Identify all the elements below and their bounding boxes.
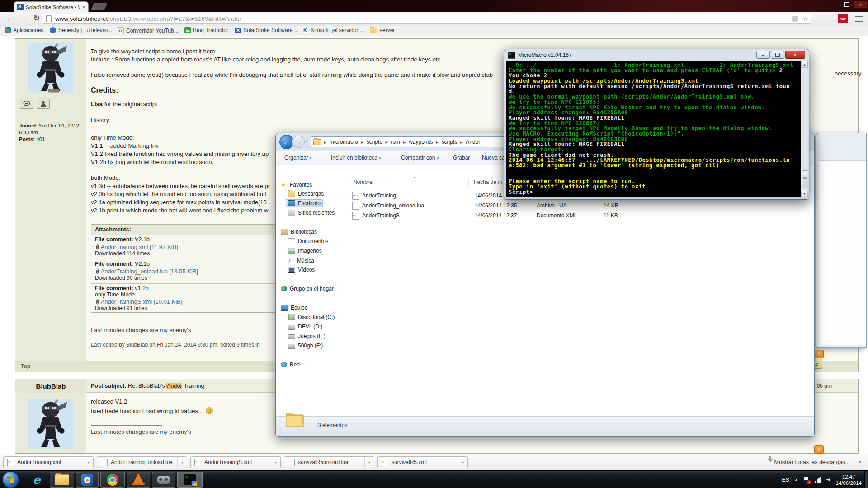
download-item[interactable]: survivalR5onload.lua▾ xyxy=(284,456,374,468)
start-button[interactable] xyxy=(2,471,19,488)
breadcrumb-item[interactable]: micromacro xyxy=(330,139,358,145)
minimize-button[interactable]: – xyxy=(756,51,770,59)
column-header-fecha[interactable]: Fecha de m xyxy=(474,179,502,185)
report-post-button[interactable]: ! xyxy=(814,350,824,358)
sidebar-imagenes[interactable]: Imágenes xyxy=(288,248,322,254)
bookmark-server-folder[interactable]: server xyxy=(370,27,395,33)
action-center-flag-icon[interactable] xyxy=(803,477,810,483)
network-signal-icon[interactable] xyxy=(815,477,821,483)
downloads-close-icon[interactable]: × xyxy=(858,459,862,465)
menu-icon[interactable] xyxy=(855,16,863,17)
download-caret-icon[interactable]: ▾ xyxy=(364,457,374,468)
sidebar-grupo-hogar[interactable]: Grupo en el hogar xyxy=(281,286,334,292)
download-caret-icon[interactable]: ▾ xyxy=(458,457,467,468)
console-output[interactable]: 0: ../ 1: AndorTraining.xml 2: AndorTrai… xyxy=(506,61,808,197)
language-indicator[interactable]: ES xyxy=(782,477,789,483)
sidebar-musica[interactable]: ♪Música xyxy=(288,257,314,264)
top-link[interactable]: Top xyxy=(21,363,30,370)
sidebar-bibliotecas[interactable]: Bibliotecas xyxy=(281,229,317,235)
scroll-up-icon[interactable]: ▲ xyxy=(801,61,808,68)
column-header-nombre[interactable]: Nombre xyxy=(353,179,373,185)
bookmark-kimsufi[interactable]: KKimsufi: ¡el servidor ... xyxy=(302,27,364,33)
page-action-icon[interactable] xyxy=(792,16,798,22)
taskbar-gamepad[interactable] xyxy=(152,472,175,488)
sidebar-descargas[interactable]: Descargas xyxy=(288,191,324,197)
close-button[interactable]: × xyxy=(854,1,867,8)
minimize-button[interactable]: – xyxy=(827,1,840,8)
taskbar-ie[interactable]: e xyxy=(26,472,47,488)
forward-icon[interactable]: → xyxy=(20,14,28,23)
download-item[interactable]: survivalR5.xml▾ xyxy=(377,456,468,468)
adblock-icon[interactable]: ABP xyxy=(838,14,848,23)
back-icon[interactable]: ← xyxy=(6,14,14,23)
download-item[interactable]: AndorTrainingS.xml▾ xyxy=(190,456,281,468)
download-item[interactable]: AndorTraining_onload.lua▾ xyxy=(97,456,187,468)
bookmark-bing-translator[interactable]: äaBing Traductor xyxy=(184,27,228,33)
file-row[interactable]: AndorTraining_onload.lua 14/06/2014 12:3… xyxy=(344,201,814,211)
scrollbar-thumb[interactable] xyxy=(802,170,808,188)
share-with-menu[interactable]: Compartir con ▾ xyxy=(401,155,439,161)
show-desktop-button[interactable] xyxy=(864,471,868,488)
tray-expand-icon[interactable]: ▲ xyxy=(795,478,798,482)
volume-icon[interactable] xyxy=(826,478,830,482)
url-text[interactable]: www.solarstrike.net/phpBB3/viewtopic.php… xyxy=(55,15,241,22)
sidebar-videos[interactable]: Vídeos xyxy=(288,267,315,273)
sidebar-devl-d[interactable]: DEVL (D:) xyxy=(288,324,322,330)
history-caret-icon[interactable]: ▾ xyxy=(306,139,307,143)
sidebar-sitios-recientes[interactable]: Sitios recientes xyxy=(288,210,335,216)
taskbar-chrome[interactable] xyxy=(100,472,125,488)
bookmark-solarstrike[interactable]: SolarStrike Software ... xyxy=(235,27,299,33)
download-caret-icon[interactable]: ▾ xyxy=(84,457,93,468)
maximize-button[interactable] xyxy=(771,51,784,59)
new-tab-button[interactable] xyxy=(91,3,107,10)
tab-close-icon[interactable]: × xyxy=(82,4,85,10)
show-all-downloads-link[interactable]: Mostrar todas las descargas... xyxy=(774,459,850,465)
bookmark-apps[interactable]: Aplicaciones xyxy=(5,27,43,33)
bookmark-youtube-converter[interactable]: YTConvertidor YouTub... xyxy=(117,27,179,34)
sidebar-red[interactable]: Red xyxy=(281,361,300,368)
breadcrumb-item[interactable]: scripts xyxy=(442,139,458,145)
new-folder-button[interactable]: Nueva car xyxy=(482,155,507,161)
sidebar-favoritos[interactable]: ★Favoritos xyxy=(281,181,312,188)
address-bar[interactable]: www.solarstrike.net/phpBB3/viewtopic.php… xyxy=(42,14,811,24)
reload-icon[interactable]: ↻ xyxy=(33,14,40,23)
breadcrumb-item[interactable]: scripts xyxy=(367,139,382,145)
scroll-down-icon[interactable]: ▼ xyxy=(801,191,808,197)
console-scrollbar[interactable]: ▲ ▼ xyxy=(801,61,808,197)
taskbar-vlc[interactable] xyxy=(127,472,150,488)
background-window[interactable] xyxy=(816,133,867,348)
forward-icon[interactable]: → xyxy=(292,136,305,148)
sidebar-equipo[interactable]: Equipo xyxy=(281,305,307,311)
organize-menu[interactable]: Organizar ▾ xyxy=(284,155,312,161)
include-in-library-menu[interactable]: Incluir en biblioteca ▾ xyxy=(331,155,381,161)
download-caret-icon[interactable]: ▾ xyxy=(271,457,280,468)
profile-person-icon[interactable] xyxy=(37,99,50,109)
micromacro-window[interactable]: MicroMacro v1.04.167 – × 0: ../ 1: Andor… xyxy=(504,49,809,200)
taskbar-explorer[interactable] xyxy=(50,472,74,488)
post2-author[interactable]: BlubBlab xyxy=(15,379,87,393)
attachment-link[interactable]: AndorTraining_onload.lua [13.55 KiB] xyxy=(100,268,198,275)
breadcrumb-item[interactable]: waypoints xyxy=(409,139,433,145)
maximize-button[interactable] xyxy=(840,1,854,8)
burn-button[interactable]: Grabar xyxy=(453,155,470,161)
pm-bubble-icon[interactable] xyxy=(20,99,33,109)
download-item[interactable]: AndorTraining.xml▾ xyxy=(3,456,94,468)
report-post-button[interactable]: ! xyxy=(814,445,824,454)
sidebar-500gb-f[interactable]: 500gb (F:) xyxy=(288,343,323,349)
taskbar-micromacro[interactable] xyxy=(177,472,203,488)
sidebar-juegos-e[interactable]: Juegos (E:) xyxy=(288,333,326,339)
bookmark-star-icon[interactable]: ☆ xyxy=(802,15,808,23)
breadcrumb-item[interactable]: Andor xyxy=(466,139,480,145)
sidebar-documentos[interactable]: Documentos xyxy=(288,238,328,244)
download-caret-icon[interactable]: ▾ xyxy=(177,457,187,468)
bookmark-seriesly[interactable]: Series.ly | Tu televisi... xyxy=(50,27,112,33)
attachment-link[interactable]: AndorTrainingS.xml [10.01 KiB] xyxy=(100,298,182,305)
taskbar-wmp[interactable] xyxy=(76,472,99,488)
close-button[interactable]: × xyxy=(785,51,805,59)
attachment-link[interactable]: AndorTraining.xml [11.97 KiB] xyxy=(100,244,178,250)
sidebar-disco-c[interactable]: Disco local (C:) xyxy=(288,314,335,320)
browser-tab[interactable]: SolarStrike Software • View × xyxy=(14,1,89,12)
clock[interactable]: 12:47 14/06/2014 xyxy=(835,474,862,486)
file-row[interactable]: AndorTrainingS 14/06/2014 12:37 Document… xyxy=(344,211,814,221)
sidebar-escritorio[interactable]: Escritorio xyxy=(286,199,323,207)
